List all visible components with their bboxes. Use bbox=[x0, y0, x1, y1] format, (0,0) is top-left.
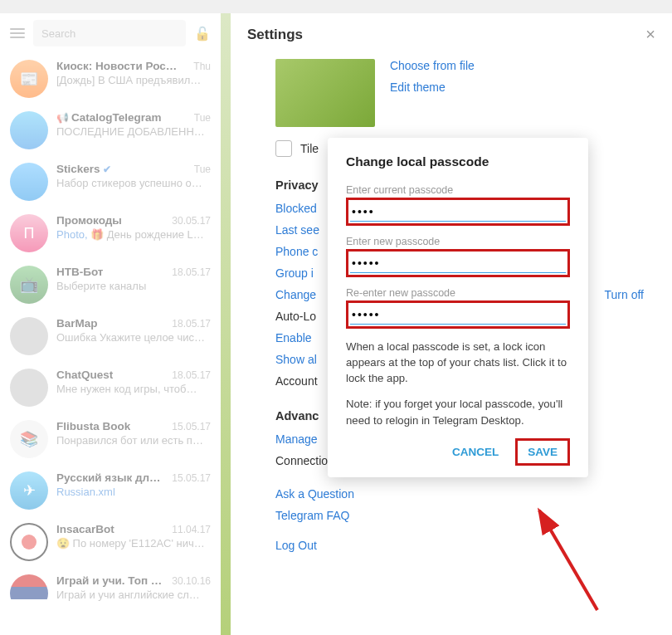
close-icon[interactable]: × bbox=[645, 25, 655, 44]
chat-name: BarMap bbox=[56, 317, 98, 330]
chat-date: 11.04.17 bbox=[172, 524, 211, 535]
menu-icon[interactable] bbox=[10, 28, 25, 38]
log-out-link[interactable]: Log Out bbox=[275, 539, 317, 552]
chat-name: ChatQuest bbox=[56, 369, 113, 381]
chat-item[interactable]: 📰Киоск: Новости РоссииThu[Дождь] В США п… bbox=[0, 53, 221, 105]
chat-preview: Играй и учи английские сл… bbox=[56, 589, 211, 601]
avatar: 📺 bbox=[10, 266, 48, 304]
chat-preview: Photo, 🎁 День рождение L… bbox=[56, 228, 211, 241]
turn-off-link[interactable]: Turn off bbox=[605, 288, 644, 301]
chat-date: 15.05.17 bbox=[172, 421, 211, 432]
chat-item[interactable]: InsacarBot11.04.17😧 По номеру 'E112AC' н… bbox=[0, 516, 221, 568]
avatar: 📰 bbox=[10, 60, 48, 98]
change-passcode-modal: Change local passcode Enter current pass… bbox=[328, 138, 588, 477]
avatar bbox=[10, 317, 48, 355]
chat-preview: Мне нужен код игры, чтоб… bbox=[56, 383, 211, 395]
modal-title: Change local passcode bbox=[346, 154, 570, 169]
avatar: П bbox=[10, 214, 48, 252]
chat-sidebar: Search 🔓 📰Киоск: Новости РоссииThu[Дождь… bbox=[0, 13, 221, 635]
last-seen-link[interactable]: Last see bbox=[275, 223, 319, 237]
save-button[interactable]: SAVE bbox=[521, 442, 564, 462]
reenter-passcode-input[interactable] bbox=[350, 305, 566, 325]
chat-date: 18.05.17 bbox=[172, 369, 211, 381]
highlight-box bbox=[346, 300, 570, 329]
chat-name: 📢CatalogTelegram bbox=[56, 111, 162, 124]
chat-preview: Russian.xml bbox=[56, 486, 211, 498]
chat-preview: Набор стикеров успешно о… bbox=[56, 177, 211, 189]
lock-icon[interactable]: 🔓 bbox=[194, 26, 211, 42]
chat-item[interactable]: 📚Flibusta Book15.05.17Понравился бот или… bbox=[0, 413, 221, 465]
chat-preview: Выберите каналы bbox=[56, 280, 211, 292]
manage-storage-link[interactable]: Manage bbox=[275, 432, 318, 446]
chat-name: Играй и учи. Топ … bbox=[56, 574, 162, 587]
new-passcode-label: Enter new passcode bbox=[346, 236, 570, 247]
chat-date: Thu bbox=[193, 61, 211, 72]
chat-name: НТВ-Бот bbox=[56, 266, 103, 278]
current-passcode-label: Enter current passcode bbox=[346, 184, 570, 196]
highlight-box bbox=[346, 249, 570, 277]
chat-preview: Понравился бот или есть п… bbox=[56, 434, 211, 447]
chat-date: 15.05.17 bbox=[172, 472, 211, 484]
cancel-button[interactable]: CANCEL bbox=[444, 439, 507, 465]
chat-preview: ПОСЛЕДНИЕ ДОБАВЛЕННЫ… bbox=[56, 125, 211, 138]
phone-link[interactable]: Phone c bbox=[275, 245, 318, 258]
group-invites-link[interactable]: Group i bbox=[275, 266, 314, 280]
telegram-faq-link[interactable]: Telegram FAQ bbox=[275, 509, 349, 522]
avatar: ✈ bbox=[10, 471, 48, 510]
chat-name: Промокоды bbox=[56, 214, 122, 227]
chat-item[interactable]: 📢CatalogTelegramTueПОСЛЕДНИЕ ДОБАВЛЕННЫ… bbox=[0, 105, 221, 156]
avatar bbox=[10, 369, 48, 407]
chat-item[interactable]: Играй и учи. Топ …30.10.16Играй и учи ан… bbox=[0, 568, 221, 619]
enable-link[interactable]: Enable bbox=[275, 331, 312, 344]
modal-info-text-1: When a local passcode is set, a lock ico… bbox=[346, 339, 570, 386]
chat-item[interactable]: Stickers ✔TueНабор стикеров успешно о… bbox=[0, 156, 221, 208]
blocked-users-link[interactable]: Blocked bbox=[275, 202, 317, 215]
avatar: 📚 bbox=[10, 420, 48, 458]
modal-info-text-2: Note: if you forget your local passcode,… bbox=[346, 396, 570, 427]
chat-preview: 😧 По номеру 'E112AC' нич… bbox=[56, 537, 211, 550]
show-all-sessions-link[interactable]: Show al bbox=[275, 353, 317, 366]
chat-date: 18.05.17 bbox=[172, 318, 211, 330]
chat-item[interactable]: ППромокоды30.05.17Photo, 🎁 День рождение… bbox=[0, 208, 221, 259]
new-passcode-input[interactable] bbox=[350, 253, 566, 273]
chat-date: 18.05.17 bbox=[172, 266, 211, 278]
highlight-box bbox=[346, 198, 570, 226]
tile-checkbox[interactable] bbox=[275, 140, 292, 157]
avatar bbox=[10, 111, 48, 149]
choose-from-file-link[interactable]: Choose from file bbox=[390, 59, 475, 72]
edit-theme-link[interactable]: Edit theme bbox=[390, 81, 475, 94]
highlight-box: SAVE bbox=[515, 438, 570, 466]
reenter-passcode-label: Re-enter new passcode bbox=[346, 287, 570, 299]
settings-title: Settings bbox=[247, 27, 303, 43]
chat-name: Flibusta Book bbox=[56, 420, 130, 432]
chat-item[interactable]: ✈Русский язык для …15.05.17Russian.xml bbox=[0, 465, 221, 516]
avatar bbox=[10, 163, 48, 201]
search-input[interactable]: Search bbox=[33, 20, 186, 46]
chat-item[interactable]: BarMap18.05.17Ошибка Укажите целое чис… bbox=[0, 310, 221, 362]
ask-question-link[interactable]: Ask a Question bbox=[275, 487, 354, 501]
avatar bbox=[10, 523, 48, 561]
avatar bbox=[10, 574, 48, 613]
chat-item[interactable]: 📺НТВ-Бот18.05.17Выберите каналы bbox=[0, 259, 221, 310]
current-passcode-input[interactable] bbox=[350, 202, 566, 222]
chat-date: 30.05.17 bbox=[172, 215, 211, 227]
chat-preview: [Дождь] В США предъявил… bbox=[56, 74, 211, 86]
chat-preview: Ошибка Укажите целое чис… bbox=[56, 331, 211, 344]
chat-date: Tue bbox=[194, 164, 211, 175]
chat-date: 30.10.16 bbox=[172, 575, 211, 587]
chat-name: Киоск: Новости России bbox=[56, 60, 181, 72]
chat-name: Русский язык для … bbox=[56, 471, 167, 484]
chat-item[interactable]: ChatQuest18.05.17Мне нужен код игры, что… bbox=[0, 362, 221, 413]
window-titlebar bbox=[0, 0, 672, 13]
chat-name: InsacarBot bbox=[56, 523, 114, 535]
tile-label: Tile bbox=[300, 142, 319, 155]
chat-name: Stickers ✔ bbox=[56, 163, 111, 175]
chat-date: Tue bbox=[194, 112, 211, 124]
change-passcode-link[interactable]: Change bbox=[275, 288, 316, 301]
wallpaper-preview[interactable] bbox=[275, 59, 375, 127]
wallpaper-strip bbox=[221, 13, 231, 635]
